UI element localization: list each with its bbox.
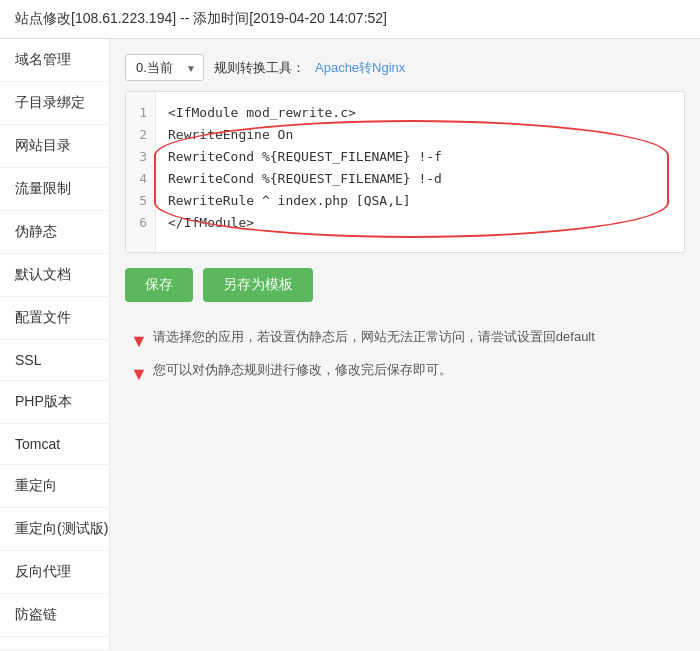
sidebar-item-hotlink[interactable]: 防盗链	[0, 594, 109, 637]
action-buttons: 保存 另存为模板	[125, 268, 685, 302]
line-numbers: 1 2 3 4 5 6	[126, 92, 156, 252]
line-num-1: 1	[134, 102, 147, 124]
sidebar-item-tomcat[interactable]: Tomcat	[0, 424, 109, 465]
code-line-5: RewriteRule ^ index.php [QSA,L]	[168, 193, 411, 208]
title-text: 站点修改[108.61.223.194] -- 添加时间[2019-04-20 …	[15, 10, 387, 28]
line-num-2: 2	[134, 124, 147, 146]
apache-to-nginx-link[interactable]: Apache转Nginx	[315, 59, 405, 77]
code-line-4: RewriteCond %{REQUEST_FILENAME} !-d	[168, 171, 442, 186]
sidebar-item-redirect[interactable]: 重定向	[0, 465, 109, 508]
save-button[interactable]: 保存	[125, 268, 193, 302]
line-num-6: 6	[134, 212, 147, 234]
arrow-down-icon: ▼	[130, 327, 148, 356]
tip-text-1: 请选择您的应用，若设置伪静态后，网站无法正常访问，请尝试设置回default	[153, 327, 595, 348]
sidebar-item-reverse-proxy[interactable]: 反向代理	[0, 551, 109, 594]
sidebar-item-webdir[interactable]: 网站目录	[0, 125, 109, 168]
toolbar: 0.当前 ▼ 规则转换工具： Apache转Nginx	[125, 54, 685, 81]
code-editor-wrapper: 1 2 3 4 5 6 <IfModule mod_rewrite.c> Rew…	[125, 91, 685, 253]
sidebar-item-domain[interactable]: 域名管理	[0, 39, 109, 82]
sidebar-item-subdir[interactable]: 子目录绑定	[0, 82, 109, 125]
tip-item-2: ▼ 您可以对伪静态规则进行修改，修改完后保存即可。	[130, 360, 680, 385]
code-content[interactable]: <IfModule mod_rewrite.c> RewriteEngine O…	[156, 92, 684, 252]
sidebar-item-config[interactable]: 配置文件	[0, 297, 109, 340]
arrow-container-1: ▼	[130, 327, 148, 352]
tips-section: ▼ 请选择您的应用，若设置伪静态后，网站无法正常访问，请尝试设置回default…	[125, 317, 685, 403]
code-line-3: RewriteCond %{REQUEST_FILENAME} !-f	[168, 149, 442, 164]
sidebar-item-php[interactable]: PHP版本	[0, 381, 109, 424]
sidebar-item-rewrite[interactable]: 伪静态	[0, 211, 109, 254]
arrow-container-2: ▼	[130, 360, 148, 385]
tip-item-1: ▼ 请选择您的应用，若设置伪静态后，网站无法正常访问，请尝试设置回default	[130, 327, 680, 352]
line-num-5: 5	[134, 190, 147, 212]
arrow-down-icon-2: ▼	[130, 360, 148, 389]
line-num-3: 3	[134, 146, 147, 168]
sidebar-item-default-doc[interactable]: 默认文档	[0, 254, 109, 297]
code-line-1: <IfModule mod_rewrite.c>	[168, 105, 356, 120]
sidebar-item-response-log[interactable]: 响应日志	[0, 637, 109, 649]
tip-text-2: 您可以对伪静态规则进行修改，修改完后保存即可。	[153, 360, 452, 381]
sidebar: 域名管理 子目录绑定 网站目录 流量限制 伪静态 默认文档 配置文件 SSL P…	[0, 39, 110, 649]
sidebar-item-ssl[interactable]: SSL	[0, 340, 109, 381]
version-select[interactable]: 0.当前	[125, 54, 204, 81]
content-area: 0.当前 ▼ 规则转换工具： Apache转Nginx 1 2 3 4 5 6 …	[110, 39, 700, 649]
rule-tool-label: 规则转换工具：	[214, 59, 305, 77]
code-line-6: </IfModule>	[168, 215, 254, 230]
sidebar-item-traffic[interactable]: 流量限制	[0, 168, 109, 211]
select-wrapper[interactable]: 0.当前 ▼	[125, 54, 204, 81]
code-editor[interactable]: 1 2 3 4 5 6 <IfModule mod_rewrite.c> Rew…	[126, 92, 684, 252]
code-line-2: RewriteEngine On	[168, 127, 293, 142]
save-as-template-button[interactable]: 另存为模板	[203, 268, 313, 302]
line-num-4: 4	[134, 168, 147, 190]
main-layout: 域名管理 子目录绑定 网站目录 流量限制 伪静态 默认文档 配置文件 SSL P…	[0, 39, 700, 649]
sidebar-item-redirect-test[interactable]: 重定向(测试版)	[0, 508, 109, 551]
title-bar: 站点修改[108.61.223.194] -- 添加时间[2019-04-20 …	[0, 0, 700, 39]
